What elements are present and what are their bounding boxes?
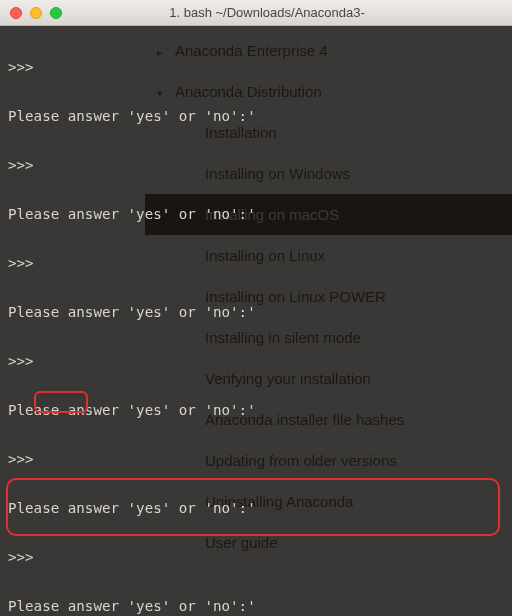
terminal-line: Please answer 'yes' or 'no':': [8, 594, 504, 617]
terminal-line: >>>: [8, 447, 504, 472]
window-titlebar: 1. bash ~/Downloads/Anaconda3-: [0, 0, 512, 26]
terminal-line: >>>: [8, 349, 504, 374]
minimize-icon[interactable]: [30, 7, 42, 19]
terminal-line: Please answer 'yes' or 'no':': [8, 202, 504, 227]
zoom-icon[interactable]: [50, 7, 62, 19]
terminal-line: Please answer 'yes' or 'no':': [8, 104, 504, 129]
terminal-line: >>>: [8, 545, 504, 570]
traffic-lights: [0, 7, 62, 19]
terminal-line: >>>: [8, 153, 504, 178]
close-icon[interactable]: [10, 7, 22, 19]
terminal-line: Please answer 'yes' or 'no':': [8, 300, 504, 325]
terminal-window[interactable]: >>> Please answer 'yes' or 'no':' >>> Pl…: [0, 26, 512, 616]
terminal-line: >>>: [8, 55, 504, 80]
window-title: 1. bash ~/Downloads/Anaconda3-: [62, 5, 512, 20]
terminal-line: Please answer 'yes' or 'no':': [8, 398, 504, 423]
terminal-line: Please answer 'yes' or 'no':': [8, 496, 504, 521]
terminal-line: >>>: [8, 251, 504, 276]
